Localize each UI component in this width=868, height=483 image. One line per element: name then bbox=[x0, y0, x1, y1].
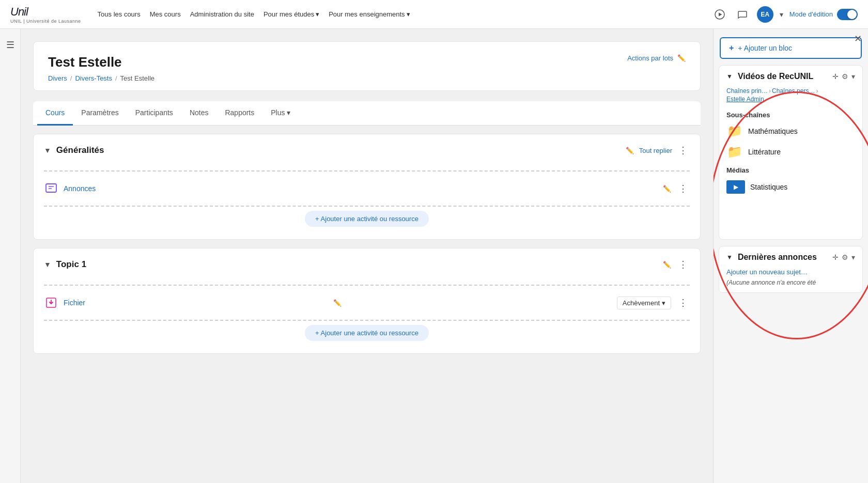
fichier-edit-pencil[interactable]: ✏️ bbox=[333, 299, 342, 307]
tab-parametres[interactable]: Paramètres bbox=[73, 101, 127, 126]
activity-annonces: Annonces ✏️ ⋮ bbox=[44, 176, 690, 201]
mode-edition: Mode d'édition bbox=[789, 9, 858, 20]
logo: Unil UNIL | Université de Lausanne bbox=[10, 5, 81, 24]
breadcrumb-sep-2: / bbox=[115, 74, 117, 82]
add-bloc-button[interactable]: + + Ajouter un bloc bbox=[720, 37, 862, 59]
annonces-block-header: ▼ Dernières annonces ✛ ⚙ ▾ bbox=[719, 246, 862, 266]
breadcrumb-divers-tests[interactable]: Divers-Tests bbox=[75, 74, 112, 82]
chevron-down-icon-button[interactable]: ▾ bbox=[851, 72, 855, 81]
sous-chaines-label: Sous-chaînes bbox=[719, 107, 862, 121]
section-topic1-body: Fichier ✏️ Achèvement ▾ ⋮ + Ajouter une … bbox=[34, 285, 700, 353]
chevron-down-icon-user[interactable]: ▾ bbox=[780, 10, 783, 19]
chaines-perso-link[interactable]: Chaînes pers… bbox=[772, 87, 815, 95]
chaine-mathematiques[interactable]: 📁 Mathématiques bbox=[719, 121, 862, 142]
chaine-mathematiques-label: Mathématiques bbox=[748, 127, 798, 135]
nav-mes-cours[interactable]: Mes cours bbox=[150, 10, 181, 18]
tab-participants[interactable]: Participants bbox=[127, 101, 181, 126]
media-statistiques-label: Statistiques bbox=[750, 183, 787, 191]
settings-icon-button[interactable]: ⚙ bbox=[842, 72, 848, 81]
section-actions: Tout replier ⋮ bbox=[639, 143, 690, 158]
main-layout: ☰ Test Estelle Divers / Divers-Tests / T… bbox=[0, 29, 868, 483]
nav-pour-mes-etudes[interactable]: Pour mes études ▾ bbox=[264, 10, 319, 18]
message-icon-button[interactable] bbox=[734, 6, 751, 23]
videos-block-title: Vidéos de RecUNIL bbox=[738, 72, 829, 81]
topic1-menu-button[interactable]: ⋮ bbox=[676, 257, 690, 272]
hamburger-button[interactable]: ☰ bbox=[6, 39, 14, 51]
user-avatar[interactable]: EA bbox=[757, 6, 773, 23]
annonces-link[interactable]: Annonces bbox=[64, 184, 658, 193]
course-title-block: Test Estelle Divers / Divers-Tests / Tes… bbox=[48, 54, 627, 82]
dashed-divider-3 bbox=[44, 285, 690, 286]
nav-pour-mes-enseignements[interactable]: Pour mes enseignements ▾ bbox=[329, 10, 410, 18]
breadcrumb-sep-1: / bbox=[70, 74, 72, 82]
fichier-menu-button[interactable]: ⋮ bbox=[676, 295, 690, 310]
topic1-edit-pencil[interactable]: ✏️ bbox=[663, 261, 671, 269]
dernieres-annonces-block: ▼ Dernières annonces ✛ ⚙ ▾ Ajouter un no… bbox=[719, 246, 863, 293]
annonces-edit-pencil[interactable]: ✏️ bbox=[663, 185, 671, 193]
video-thumbnail-statistiques: ▶ bbox=[726, 180, 745, 194]
dashed-divider bbox=[44, 170, 690, 172]
section-topic1: ▼ Topic 1 ✏️ ⋮ Fichier ✏️ bbox=[33, 248, 701, 354]
section-generalites-title: Généralités bbox=[56, 145, 621, 155]
section-menu-button[interactable]: ⋮ bbox=[676, 143, 690, 158]
dashed-divider-2 bbox=[44, 206, 690, 207]
chevron-down-icon: ▾ bbox=[407, 10, 410, 18]
nav-links: Tous les cours Mes cours Administration … bbox=[98, 10, 699, 18]
course-header-card: Test Estelle Divers / Divers-Tests / Tes… bbox=[33, 41, 701, 91]
tab-rapports[interactable]: Rapports bbox=[216, 101, 262, 126]
course-title: Test Estelle bbox=[48, 54, 627, 70]
course-tabs: Cours Paramètres Participants Notes Rapp… bbox=[33, 101, 701, 126]
right-panel: ✕ + + Ajouter un bloc ▼ Vidéos de RecUNI… bbox=[713, 29, 868, 483]
svg-rect-2 bbox=[46, 184, 56, 192]
close-panel-button[interactable]: ✕ bbox=[854, 33, 862, 44]
move-icon-button[interactable]: ✛ bbox=[832, 72, 839, 81]
section-generalites-body: Annonces ✏️ ⋮ + Ajouter une activité ou … bbox=[34, 170, 700, 239]
toggle-knob bbox=[847, 10, 857, 19]
chaine-litterature-label: Littérature bbox=[748, 148, 781, 156]
chevron-down-icon: ▾ bbox=[662, 299, 665, 307]
section-generalites: ▼ Généralités ✏️ Tout replier ⋮ bbox=[33, 134, 701, 240]
fichier-link[interactable]: Fichier bbox=[64, 299, 328, 307]
section-collapse-button[interactable]: ▼ bbox=[44, 146, 51, 154]
chaine-litterature[interactable]: 📁 Littérature bbox=[719, 142, 862, 162]
annonces-chevron-button[interactable]: ▾ bbox=[851, 253, 855, 261]
add-activity-topic1-button[interactable]: + Ajouter une activité ou ressource bbox=[305, 325, 429, 341]
tab-cours[interactable]: Cours bbox=[37, 101, 73, 126]
tout-replier-link[interactable]: Tout replier bbox=[639, 147, 672, 154]
topic1-collapse-button[interactable]: ▼ bbox=[44, 260, 51, 269]
add-activity-generalites-button[interactable]: + Ajouter une activité ou ressource bbox=[305, 211, 429, 227]
actions-par-lots[interactable]: Actions par lots ✏️ bbox=[627, 54, 686, 62]
ajouter-nouveau-sujet-link[interactable]: Ajouter un nouveau sujet… bbox=[726, 268, 855, 276]
annonces-block-body: Ajouter un nouveau sujet… (Aucune annonc… bbox=[719, 266, 862, 292]
course-card-header: Test Estelle Divers / Divers-Tests / Tes… bbox=[48, 54, 686, 82]
nav-tous-les-cours[interactable]: Tous les cours bbox=[98, 10, 141, 18]
folder-litterature-icon: 📁 bbox=[726, 146, 743, 158]
estelle-admin-link[interactable]: Estelle Admin bbox=[726, 96, 764, 103]
videos-breadcrumb: Chaînes prin… › Chaînes pers… › Estelle … bbox=[719, 85, 862, 107]
section-topic1-header: ▼ Topic 1 ✏️ ⋮ bbox=[34, 248, 700, 281]
annonces-move-button[interactable]: ✛ bbox=[832, 253, 839, 261]
folder-mathematiques-icon: 📁 bbox=[726, 125, 743, 137]
dashed-divider-4 bbox=[44, 320, 690, 321]
tab-plus[interactable]: Plus ▾ bbox=[262, 101, 298, 126]
svg-marker-1 bbox=[719, 12, 722, 16]
top-navigation: Unil UNIL | Université de Lausanne Tous … bbox=[0, 0, 868, 29]
breadcrumb-divers[interactable]: Divers bbox=[48, 74, 67, 82]
media-statistiques[interactable]: ▶ Statistiques bbox=[719, 176, 862, 198]
fichier-icon bbox=[44, 295, 58, 310]
annonces-settings-button[interactable]: ⚙ bbox=[842, 253, 848, 261]
section-edit-pencil[interactable]: ✏️ bbox=[626, 147, 634, 154]
chevron-down-icon: ▾ bbox=[316, 10, 319, 18]
play-icon-button[interactable] bbox=[711, 6, 728, 23]
mode-edition-toggle[interactable] bbox=[837, 9, 858, 20]
achievement-dropdown[interactable]: Achèvement ▾ bbox=[617, 297, 671, 309]
annonces-menu-button[interactable]: ⋮ bbox=[676, 181, 690, 196]
nav-administration[interactable]: Administration du site bbox=[190, 10, 254, 18]
annonces-block-title: Dernières annonces bbox=[738, 253, 829, 262]
activity-fichier: Fichier ✏️ Achèvement ▾ ⋮ bbox=[44, 290, 690, 316]
chaines-principales-link[interactable]: Chaînes prin… bbox=[726, 87, 768, 95]
tab-notes[interactable]: Notes bbox=[181, 101, 217, 126]
play-icon bbox=[715, 9, 725, 20]
chevron-down-icon: ▾ bbox=[287, 108, 290, 117]
sidebar-toggle-panel: ☰ bbox=[0, 29, 21, 483]
